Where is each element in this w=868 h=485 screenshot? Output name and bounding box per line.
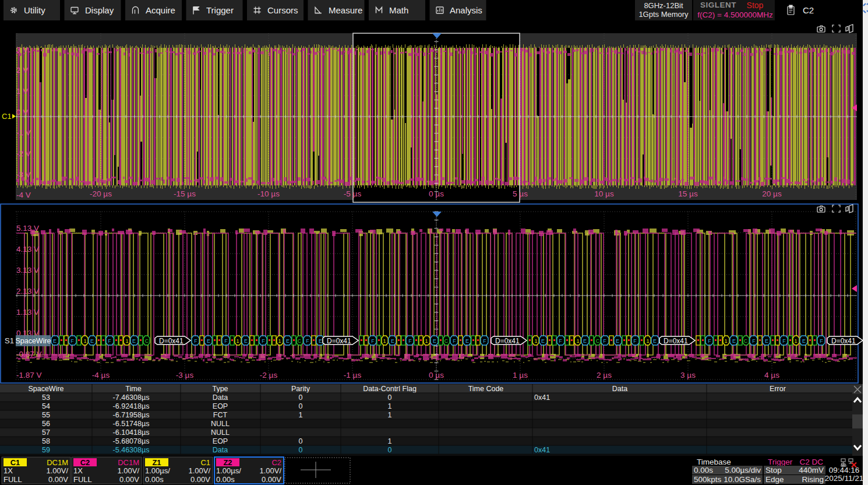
svg-text:C1: C1 — [10, 458, 20, 467]
svg-text:E: E — [433, 338, 436, 344]
svg-text:0 µs: 0 µs — [429, 189, 444, 198]
svg-text:E: E — [319, 338, 322, 344]
svg-text:-5.46308µs: -5.46308µs — [113, 446, 150, 454]
svg-text:Utility: Utility — [24, 5, 45, 15]
svg-text:Edge: Edge — [765, 475, 784, 484]
svg-text:F: F — [559, 338, 562, 344]
svg-text:D=0x41: D=0x41 — [664, 337, 688, 345]
svg-text:FCT: FCT — [213, 411, 228, 419]
svg-text:15 µs: 15 µs — [678, 189, 698, 198]
svg-text:E: E — [53, 338, 57, 344]
svg-text:F: F — [70, 338, 74, 344]
svg-text:Parity: Parity — [291, 385, 310, 393]
svg-text:1: 1 — [388, 402, 392, 410]
svg-text:Cursors: Cursors — [267, 5, 298, 15]
svg-text:F: F — [633, 338, 637, 344]
svg-text:Stop: Stop — [747, 1, 764, 10]
svg-text:10 µs: 10 µs — [594, 189, 614, 198]
svg-text:-4 µs: -4 µs — [92, 371, 110, 379]
svg-text:1: 1 — [646, 338, 649, 344]
svg-text:1: 1 — [388, 437, 392, 445]
svg-text:D=0x41: D=0x41 — [327, 337, 351, 345]
svg-text:500kpts: 500kpts — [694, 475, 722, 484]
svg-text:-7.46308µs: -7.46308µs — [113, 393, 150, 402]
svg-text:Trigger: Trigger — [768, 458, 793, 466]
svg-text:E: E — [802, 338, 806, 344]
svg-text:F: F — [262, 338, 265, 344]
svg-text:F: F — [483, 338, 486, 344]
svg-text:SIGLENT: SIGLENT — [700, 1, 736, 9]
svg-text:Rising: Rising — [802, 475, 824, 484]
svg-text:0: 0 — [299, 402, 303, 410]
svg-text:0x41: 0x41 — [534, 446, 550, 454]
svg-text:C2: C2 — [271, 458, 281, 467]
svg-text:0: 0 — [299, 393, 303, 402]
svg-text:-6.10418µs: -6.10418µs — [113, 428, 150, 437]
svg-text:4 µs: 4 µs — [764, 371, 779, 379]
svg-text:1: 1 — [425, 338, 428, 344]
svg-text:Data-Contrl Flag: Data-Contrl Flag — [363, 385, 417, 393]
svg-text:Stop: Stop — [765, 466, 782, 475]
svg-text:F: F — [782, 338, 786, 344]
svg-text:E: E — [132, 338, 136, 344]
svg-text:EOP: EOP — [213, 402, 228, 410]
svg-text:E: E — [541, 338, 545, 344]
svg-text:C: C — [145, 338, 149, 344]
svg-text:1: 1 — [534, 338, 537, 344]
svg-text:1.00V/: 1.00V/ — [188, 466, 210, 475]
svg-text:8GHz-12Bit: 8GHz-12Bit — [644, 1, 683, 10]
svg-text:Math: Math — [389, 5, 408, 15]
svg-text:E: E — [90, 338, 94, 344]
svg-text:E: E — [207, 338, 210, 344]
svg-text:NULL: NULL — [211, 420, 230, 428]
svg-text:C: C — [444, 338, 449, 344]
svg-text:1: 1 — [299, 411, 303, 419]
svg-text:Data: Data — [213, 446, 228, 454]
svg-text:Time: Time — [125, 385, 141, 393]
svg-text:F: F — [371, 338, 375, 344]
svg-text:1 V: 1 V — [16, 87, 28, 96]
svg-text:3.13 V: 3.13 V — [16, 266, 39, 275]
svg-text:Display: Display — [85, 5, 114, 15]
svg-text:3 µs: 3 µs — [680, 371, 696, 379]
svg-text:f(C2) = 4.500000MHz: f(C2) = 4.500000MHz — [697, 10, 773, 19]
svg-text:F: F — [820, 338, 823, 344]
svg-text:5.00µs/div: 5.00µs/div — [725, 466, 761, 475]
svg-text:-6.51748µs: -6.51748µs — [113, 420, 150, 428]
svg-text:1: 1 — [383, 338, 386, 344]
svg-text:-1 V: -1 V — [16, 128, 31, 137]
svg-text:0.00V: 0.00V — [48, 475, 68, 484]
svg-text:Data: Data — [213, 393, 228, 402]
svg-text:53: 53 — [42, 393, 50, 402]
svg-text:C2: C2 — [803, 5, 814, 15]
svg-text:S1: S1 — [5, 336, 14, 345]
svg-text:1.00V/: 1.00V/ — [259, 466, 281, 475]
svg-text:-20 µs: -20 µs — [90, 189, 112, 198]
svg-text:5.13 V: 5.13 V — [16, 224, 39, 233]
svg-text:E: E — [653, 338, 657, 344]
svg-text:1.00V/: 1.00V/ — [46, 466, 68, 475]
svg-text:1: 1 — [236, 338, 239, 344]
svg-text:E: E — [583, 338, 587, 344]
svg-text:D=0x41: D=0x41 — [159, 337, 184, 345]
svg-text:-1.87 V: -1.87 V — [16, 371, 42, 379]
svg-text:0.00V: 0.00V — [119, 475, 139, 484]
svg-text:1X: 1X — [3, 466, 13, 475]
svg-text:E: E — [244, 338, 248, 344]
svg-text:0.00s: 0.00s — [694, 466, 713, 475]
svg-text:C2: C2 — [80, 458, 90, 467]
svg-text:0: 0 — [388, 446, 392, 454]
svg-text:0.00V: 0.00V — [262, 475, 281, 484]
svg-text:-3 V: -3 V — [16, 170, 31, 179]
svg-text:Error: Error — [770, 385, 786, 393]
svg-text:C1: C1 — [2, 112, 12, 121]
svg-text:FULL: FULL — [3, 475, 22, 484]
svg-text:SpaceWire: SpaceWire — [15, 337, 51, 345]
svg-text:F: F — [603, 338, 606, 344]
svg-text:Data: Data — [612, 385, 627, 393]
svg-text:-15 µs: -15 µs — [174, 189, 196, 198]
svg-text:F: F — [708, 338, 711, 344]
svg-text:E: E — [765, 338, 768, 344]
svg-text:1: 1 — [794, 338, 797, 344]
svg-text:-2 µs: -2 µs — [260, 371, 278, 379]
